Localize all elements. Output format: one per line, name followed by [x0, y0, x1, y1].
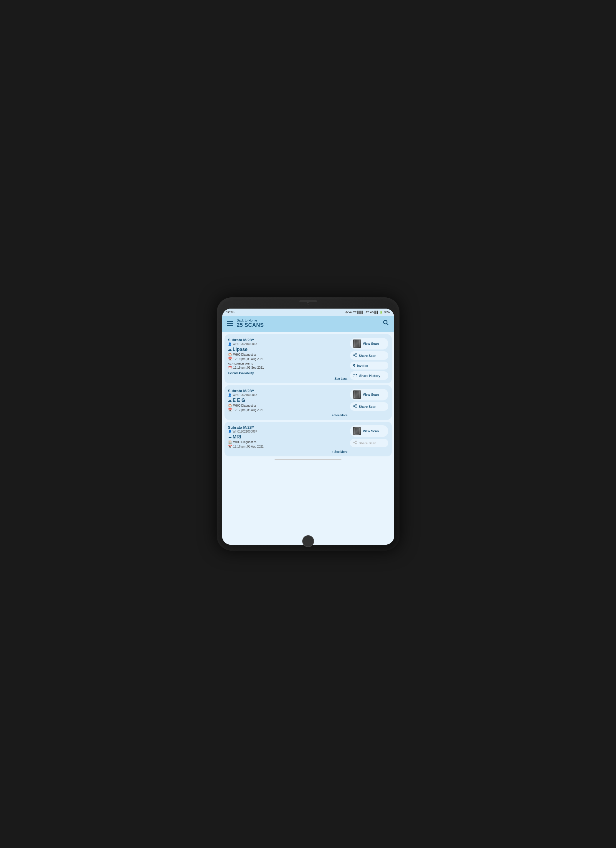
scrollbar-indicator: [275, 459, 341, 460]
svg-line-15: [355, 405, 356, 406]
share-scan-label-2: Share Scan: [359, 405, 377, 408]
scans-list: Subrata M/28Y 👤 WH012021000067 ☁ Lipase …: [222, 332, 394, 545]
share-scan-button-2[interactable]: Share Scan: [350, 402, 388, 411]
share-scan-button-1[interactable]: Share Scan: [350, 351, 388, 360]
scan-thumbnail-1: [353, 339, 361, 348]
scan-type-1: ☁ Lipase: [228, 347, 347, 352]
facility-icon-1: 🏠: [228, 353, 232, 357]
hamburger-line-1: [227, 321, 233, 322]
svg-point-17: [353, 442, 355, 443]
patient-id-1: 👤 WH012021000067: [228, 342, 347, 346]
svg-point-2: [355, 353, 356, 354]
svg-point-0: [384, 320, 387, 324]
person-icon-2: 👤: [228, 393, 232, 397]
view-scan-button-1[interactable]: View Scan: [350, 338, 388, 350]
share-icon-2: [353, 404, 357, 409]
status-time: 12:05: [226, 310, 235, 314]
hamburger-line-3: [227, 325, 233, 326]
svg-point-4: [355, 356, 356, 357]
facility-icon-3: 🏠: [228, 440, 232, 444]
share-history-button-1[interactable]: Share History: [350, 371, 388, 380]
facility-row-3: 🏠 WHO Diagnostics: [228, 440, 347, 444]
patient-id-2: 👤 WH012021000067: [228, 393, 347, 397]
available-section-1: AVAILABLE UNTIL ⏰ 12:19 pm.,05 Sep 2021 …: [228, 362, 347, 375]
share-icon-1: [353, 353, 357, 358]
card-left-2: Subrata M/28Y 👤 WH012021000067 ☁ E E G 🏠…: [228, 389, 347, 418]
available-date-row-1: ⏰ 12:19 pm.,05 Sep 2021: [228, 366, 347, 369]
back-link[interactable]: Back to Home: [237, 319, 264, 322]
share-scan-label-1: Share Scan: [359, 354, 377, 357]
facility-row-2: 🏠 WHO Diagnostics: [228, 404, 347, 408]
search-button[interactable]: [382, 319, 389, 328]
hamburger-line-2: [227, 323, 233, 324]
see-less-1[interactable]: -See Less: [228, 376, 347, 381]
app-header: Back to Home 25 SCANS: [222, 316, 394, 332]
see-more-2[interactable]: + See More: [228, 412, 347, 418]
svg-point-3: [353, 354, 355, 356]
wifi-icon: ⊙: [345, 311, 347, 314]
status-bar: 12:05 ⊙ VoLTE ▌▌▌ LTE 4G ▌▌ 🔋 38%: [222, 308, 394, 316]
battery-icon: 🔋: [380, 311, 383, 314]
svg-point-7: [353, 374, 355, 375]
camera: [307, 302, 309, 304]
view-scan-button-2[interactable]: View Scan: [350, 389, 388, 400]
share-scan-label-3: Share Scan: [359, 441, 377, 445]
share-icon-3: [353, 440, 357, 445]
view-scan-label-1: View Scan: [363, 342, 379, 345]
history-icon-1: [353, 373, 358, 378]
datetime-row-1: 📅 12:19 pm.,05 Aug 2021: [228, 357, 347, 361]
scan-card-1: Subrata M/28Y 👤 WH012021000067 ☁ Lipase …: [224, 334, 392, 383]
screen: 12:05 ⊙ VoLTE ▌▌▌ LTE 4G ▌▌ 🔋 38% Ba: [222, 308, 394, 545]
share-history-label-1: Share History: [359, 374, 381, 378]
patient-name-2: Subrata M/28Y: [228, 389, 347, 393]
invoice-label-1: Invoice: [357, 364, 368, 368]
header-text: Back to Home 25 SCANS: [237, 319, 264, 328]
card-left-3: Subrata M/28Y 👤 WH012021000067 ☁ MRI 🏠 W…: [228, 425, 347, 454]
facility-icon-2: 🏠: [228, 404, 232, 408]
cloud-icon-3: ☁: [228, 435, 232, 439]
datetime-row-2: 📅 12:17 pm.,05 Aug 2021: [228, 408, 347, 412]
invoice-button-1[interactable]: ₹ Invoice: [350, 362, 388, 369]
svg-line-6: [355, 354, 356, 355]
svg-point-18: [355, 443, 356, 444]
scan-thumbnail-3: [353, 427, 361, 435]
hamburger-button[interactable]: [227, 321, 233, 326]
calendar-icon-3: 📅: [228, 445, 232, 448]
lte-label: LTE 4G: [364, 311, 374, 314]
scan-thumbnail-2: [353, 390, 361, 399]
view-scan-button-3[interactable]: View Scan: [350, 425, 388, 437]
signal-bars: ▌▌▌: [357, 311, 364, 314]
signal-label: VoLTE: [349, 311, 356, 314]
cloud-icon-1: ☁: [228, 347, 232, 351]
patient-name-1: Subrata M/28Y: [228, 338, 347, 342]
available-label-1: AVAILABLE UNTIL: [228, 362, 347, 365]
scan-card-2: Subrata M/28Y 👤 WH012021000067 ☁ E E G 🏠…: [224, 385, 392, 420]
scan-type-3: ☁ MRI: [228, 434, 347, 440]
battery-level: 38%: [384, 311, 390, 314]
card-left-1: Subrata M/28Y 👤 WH012021000067 ☁ Lipase …: [228, 338, 347, 381]
datetime-row-3: 📅 12:16 pm.,05 Aug 2021: [228, 445, 347, 448]
share-scan-button-3[interactable]: Share Scan: [350, 439, 388, 447]
device-frame: 12:05 ⊙ VoLTE ▌▌▌ LTE 4G ▌▌ 🔋 38% Ba: [217, 297, 399, 551]
signal-bars-2: ▌▌: [374, 311, 379, 314]
see-more-3[interactable]: + See More: [228, 449, 347, 454]
card-actions-3: View Scan Share Scan: [350, 425, 388, 454]
card-actions-2: View Scan Share Scan: [350, 389, 388, 418]
svg-line-5: [355, 356, 356, 356]
person-icon-1: 👤: [228, 342, 232, 346]
calendar-icon-2: 📅: [228, 408, 232, 412]
scan-count: 25 SCANS: [237, 322, 264, 328]
cloud-icon-2: ☁: [228, 398, 232, 403]
svg-point-16: [355, 441, 356, 442]
extend-availability-link[interactable]: Extend Availability: [228, 372, 254, 375]
scan-card-3: Subrata M/28Y 👤 WH012021000067 ☁ MRI 🏠 W…: [224, 422, 392, 457]
svg-point-11: [355, 404, 356, 405]
clock-icon-1: ⏰: [228, 366, 232, 369]
facility-row-1: 🏠 WHO Diagnostics: [228, 353, 347, 357]
person-icon-3: 👤: [228, 430, 232, 433]
patient-name-3: Subrata M/28Y: [228, 425, 347, 430]
view-scan-label-3: View Scan: [363, 429, 379, 433]
home-button[interactable]: [302, 535, 314, 547]
invoice-icon-1: ₹: [353, 363, 355, 368]
svg-line-1: [386, 323, 388, 325]
